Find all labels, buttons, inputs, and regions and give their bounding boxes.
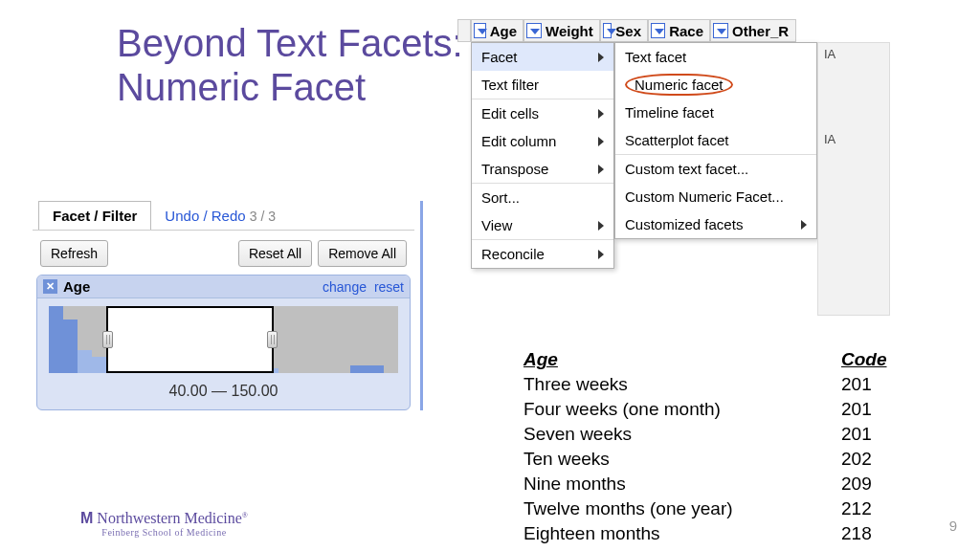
numeric-facet-box: ✕ Age change reset 40.00 — 150.00: [36, 275, 411, 410]
chevron-right-icon: [598, 221, 604, 231]
table-row: Eighteen months218: [523, 522, 889, 545]
submenu-item-custom-text-facet-[interactable]: Custom text facet...: [615, 154, 816, 183]
submenu-item-customized-facets[interactable]: Customized facets: [615, 210, 816, 238]
submenu-item-numeric-facet[interactable]: Numeric facet: [615, 71, 816, 99]
undo-redo-count: 3 / 3: [250, 209, 276, 224]
menu-item-facet[interactable]: Facet: [472, 43, 613, 71]
page-number: 9: [949, 518, 957, 534]
age-code-table: Age Code Three weeks201Four weeks (one m…: [522, 346, 891, 547]
footer-sub: Feinberg School of Medicine: [80, 527, 248, 538]
facet-filter-panel: Facet / Filter Undo / Redo 3 / 3 Refresh…: [33, 201, 423, 410]
submenu-item-text-facet[interactable]: Text facet: [615, 43, 816, 71]
ghost-column: IA IA: [817, 42, 890, 316]
chevron-right-icon: [598, 165, 604, 174]
menu-item-view[interactable]: View: [472, 211, 613, 239]
submenu-item-scatterplot-facet[interactable]: Scatterplot facet: [615, 126, 816, 154]
range-window[interactable]: [106, 306, 274, 373]
table-header-code: Code: [841, 348, 889, 371]
column-header-other_r[interactable]: Other_R: [710, 19, 796, 42]
submenu-item-timeline-facet[interactable]: Timeline facet: [615, 99, 816, 126]
chevron-right-icon: [598, 137, 604, 146]
reset-link[interactable]: reset: [374, 279, 404, 295]
menu-item-text-filter[interactable]: Text filter: [472, 71, 613, 99]
reset-all-button[interactable]: Reset All: [238, 240, 312, 267]
table-row: Four weeks (one month)201: [523, 398, 889, 421]
remove-all-button[interactable]: Remove All: [318, 240, 407, 267]
close-icon[interactable]: ✕: [43, 279, 57, 294]
title-line-1: Beyond Text Facets:: [117, 21, 463, 65]
change-link[interactable]: change: [323, 279, 367, 295]
data-grid-header: AgeWeightSexRaceOther_R FacetText filter…: [457, 19, 844, 42]
chevron-right-icon: [801, 220, 807, 230]
menu-item-reconcile[interactable]: Reconcile: [472, 239, 613, 268]
slide-title: Beyond Text Facets: Numeric Facet: [117, 21, 463, 109]
dropdown-icon[interactable]: [713, 23, 728, 38]
table-row: Ten weeks202: [523, 448, 889, 471]
histogram[interactable]: [49, 306, 398, 373]
menu-item-edit-column[interactable]: Edit column: [472, 127, 613, 155]
menu-item-edit-cells[interactable]: Edit cells: [472, 99, 613, 127]
footer-text: Northwestern Medicine: [97, 510, 242, 526]
column-header-race[interactable]: Race: [648, 19, 710, 42]
table-row: Three weeks201: [523, 373, 889, 396]
table-row: Twelve months (one year)212: [523, 497, 889, 520]
column-header-partial: [457, 19, 471, 42]
undo-redo-label: Undo / Redo: [165, 208, 245, 224]
range-handle-right[interactable]: [267, 331, 278, 348]
menu-item-transpose[interactable]: Transpose: [472, 155, 613, 183]
range-label: 40.00 — 150.00: [37, 377, 410, 400]
menu-item-sort-[interactable]: Sort...: [472, 183, 613, 211]
highlight-circle: Numeric facet: [625, 74, 733, 96]
table-row: Nine months209: [523, 473, 889, 496]
dropdown-icon[interactable]: [474, 23, 486, 38]
dropdown-icon[interactable]: [603, 23, 612, 38]
title-line-2: Numeric Facet: [117, 65, 463, 109]
dropdown-icon[interactable]: [651, 23, 665, 38]
footer-logo: M Northwestern Medicine® Feinberg School…: [80, 510, 248, 538]
refresh-button[interactable]: Refresh: [40, 240, 108, 267]
column-header-weight[interactable]: Weight: [523, 19, 600, 42]
column-menu: FacetText filterEdit cellsEdit columnTra…: [471, 42, 614, 269]
chevron-right-icon: [598, 53, 604, 62]
table-row: Seven weeks201: [523, 423, 889, 446]
chevron-right-icon: [598, 250, 604, 259]
tab-undo-redo[interactable]: Undo / Redo 3 / 3: [165, 202, 276, 230]
facet-name: Age: [63, 278, 90, 295]
tab-facet-filter[interactable]: Facet / Filter: [38, 201, 151, 230]
chevron-right-icon: [598, 109, 604, 119]
column-header-age[interactable]: Age: [471, 19, 523, 42]
range-handle-left[interactable]: [102, 331, 113, 348]
facet-submenu: Text facetNumeric facetTimeline facetSca…: [614, 42, 817, 239]
table-header-age: Age: [523, 348, 839, 371]
dropdown-icon[interactable]: [526, 23, 542, 38]
column-header-sex[interactable]: Sex: [600, 19, 648, 42]
submenu-item-custom-numeric-facet-[interactable]: Custom Numeric Facet...: [615, 183, 816, 210]
